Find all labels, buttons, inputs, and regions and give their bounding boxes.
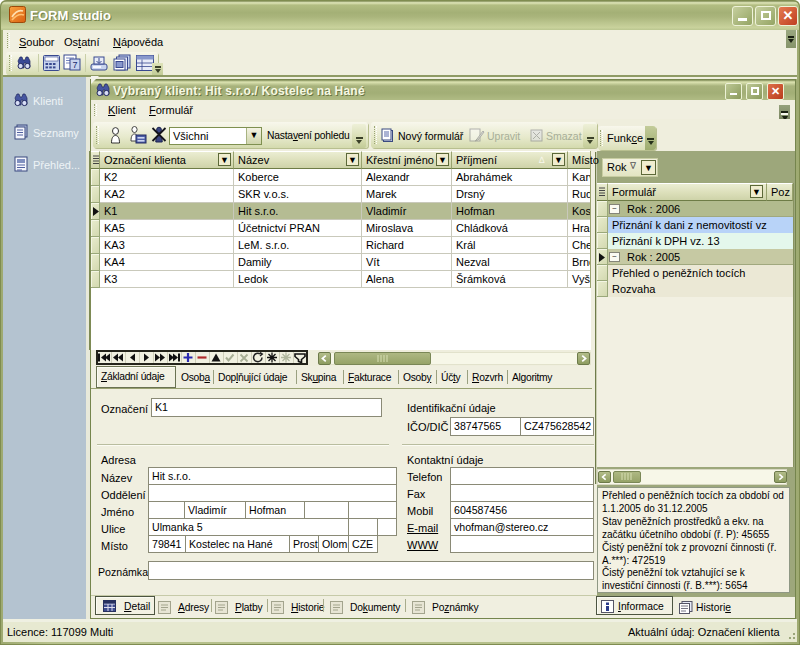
svg-text:7: 7 (72, 60, 77, 70)
